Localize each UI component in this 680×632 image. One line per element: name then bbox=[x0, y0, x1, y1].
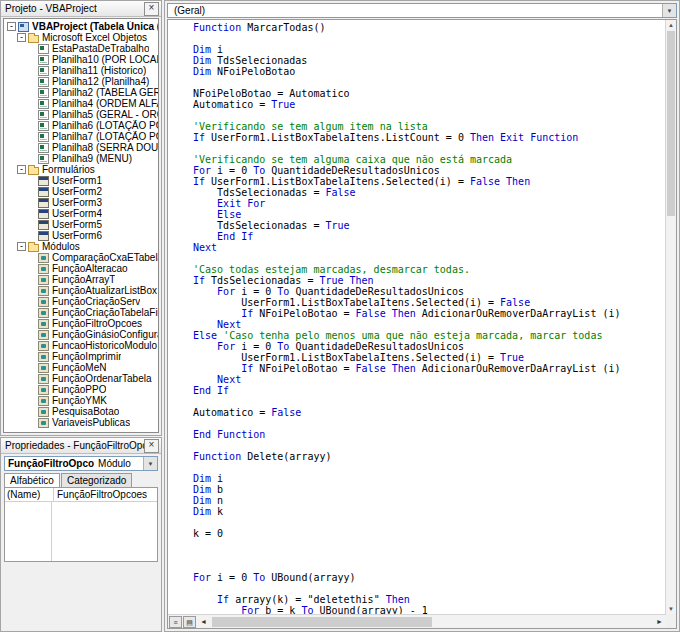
module-icon bbox=[38, 275, 49, 285]
tree-item[interactable]: FuncaoHistoricoModulo bbox=[4, 340, 158, 351]
tree-item[interactable]: Planilha2 (TABELA GERAL) bbox=[4, 87, 158, 98]
tree-item[interactable]: FunçãoArrayT bbox=[4, 274, 158, 285]
scroll-down-icon[interactable]: ▼ bbox=[666, 604, 676, 614]
tab-alfabetico[interactable]: Alfabético bbox=[4, 473, 60, 487]
scroll-up-icon[interactable]: ▲ bbox=[666, 20, 676, 30]
tree-item[interactable]: -Microsoft Excel Objetos bbox=[4, 32, 158, 43]
code-line bbox=[193, 583, 666, 594]
tree-item[interactable]: UserForm5 bbox=[4, 219, 158, 230]
procedure-view-button[interactable]: ≡ bbox=[169, 616, 182, 628]
module-icon bbox=[38, 264, 49, 274]
object-dropdown[interactable]: (Geral) ▼ bbox=[167, 3, 677, 18]
properties-grid: (Name) FunçãoFiltroOpcoes bbox=[4, 487, 158, 562]
tree-item[interactable]: UserForm1 bbox=[4, 175, 158, 186]
property-row[interactable]: (Name) FunçãoFiltroOpcoes bbox=[5, 488, 157, 502]
tree-item[interactable]: Planilha9 (MENU) bbox=[4, 153, 158, 164]
tree-item[interactable]: Planilha12 (Planilha4) bbox=[4, 76, 158, 87]
tree-item[interactable]: VariaveisPublicas bbox=[4, 417, 158, 428]
tree-item[interactable]: FunçãoCriaçãoServ bbox=[4, 296, 158, 307]
collapse-toggle[interactable]: - bbox=[17, 33, 26, 42]
tree-item[interactable]: FunçãoCriaçãoTabelaFinal bbox=[4, 307, 158, 318]
code-line bbox=[193, 418, 666, 429]
tree-item[interactable]: FunçãoImprimir bbox=[4, 351, 158, 362]
code-line: Dim NFoiPeloBotao bbox=[193, 66, 666, 77]
tree-item-label: Planilha11 (Historico) bbox=[52, 65, 146, 76]
tree-item[interactable]: FunçãoMeN bbox=[4, 362, 158, 373]
folder-icon bbox=[28, 244, 39, 252]
tree-item[interactable]: FunçãoAlteracao bbox=[4, 263, 158, 274]
tree-item[interactable]: FunçãoPPO bbox=[4, 384, 158, 395]
form-icon bbox=[38, 209, 49, 219]
tree-item[interactable]: ComparaçãoCxaETabela bbox=[4, 252, 158, 263]
tree-item[interactable]: FunçãoYMK bbox=[4, 395, 158, 406]
tree-item-label: UserForm5 bbox=[52, 219, 102, 230]
vertical-scrollbar[interactable]: ▲ ▼ bbox=[665, 20, 676, 614]
tree-item-label: FunçãoImprimir bbox=[52, 351, 121, 362]
close-icon[interactable]: × bbox=[144, 439, 159, 453]
tree-item[interactable]: Planilha10 (POR LOCAL) bbox=[4, 54, 158, 65]
code-line: For i = 0 To QuantidadeDeResultadosUnico… bbox=[193, 341, 666, 352]
tree-item-label: Planilha2 (TABELA GERAL) bbox=[52, 87, 158, 98]
tree-item[interactable]: -VBAProject (Tabela Única (2).xl bbox=[4, 21, 158, 32]
tree-item[interactable]: Planilha11 (Historico) bbox=[4, 65, 158, 76]
tree-item[interactable]: Planilha7 (LOTAÇÃO POR SE bbox=[4, 131, 158, 142]
tree-item[interactable]: -Módulos bbox=[4, 241, 158, 252]
tree-item[interactable]: PesquisaBotao bbox=[4, 406, 158, 417]
tree-item[interactable]: Planilha4 (ORDEM ALFABETIC bbox=[4, 98, 158, 109]
code-line bbox=[193, 143, 666, 154]
sheet-icon bbox=[38, 110, 49, 120]
tree-item[interactable]: -Formulários bbox=[4, 164, 158, 175]
tree-item[interactable]: FunçãoFiltroOpcoes bbox=[4, 318, 158, 329]
code-line bbox=[193, 77, 666, 88]
tree-item[interactable]: UserForm3 bbox=[4, 197, 158, 208]
code-line: If UserForm1.ListBoxTabelaItens.Selected… bbox=[193, 176, 666, 187]
tree-item[interactable]: FunçãoOrdenarTabela bbox=[4, 373, 158, 384]
tree-item[interactable]: Planilha5 (GERAL - ORGANIZ bbox=[4, 109, 158, 120]
tab-categorizado[interactable]: Categorizado bbox=[61, 473, 132, 487]
full-module-view-button[interactable]: ▤ bbox=[183, 616, 196, 628]
tree-item[interactable]: FunçãoGinásioConfigurações bbox=[4, 329, 158, 340]
horizontal-scroll-thumb[interactable] bbox=[212, 617, 432, 627]
tree-item[interactable]: Planilha6 (LOTAÇÃO POR SE bbox=[4, 120, 158, 131]
vertical-scroll-thumb[interactable] bbox=[667, 31, 675, 216]
code-line: For i = 0 To QuantidadeDeResultadosUnico… bbox=[193, 165, 666, 176]
property-name-cell: (Name) bbox=[5, 488, 54, 501]
tree-item-label: Planilha6 (LOTAÇÃO POR SE bbox=[52, 120, 158, 131]
tree-item-label: VBAProject (Tabela Única (2).xl bbox=[32, 21, 158, 32]
code-line bbox=[193, 517, 666, 528]
scroll-left-icon[interactable]: ◄ bbox=[197, 615, 210, 628]
form-icon bbox=[38, 220, 49, 230]
tree-item-label: UserForm2 bbox=[52, 186, 102, 197]
code-line: Automatico = True bbox=[193, 99, 666, 110]
horizontal-scrollbar[interactable]: ≡ ▤ ◄ ► bbox=[168, 614, 666, 628]
project-icon bbox=[18, 22, 29, 32]
collapse-toggle[interactable]: - bbox=[7, 22, 16, 31]
scroll-right-icon[interactable]: ► bbox=[653, 615, 666, 628]
collapse-toggle[interactable]: - bbox=[17, 165, 26, 174]
module-icon bbox=[38, 396, 49, 406]
code-editor[interactable]: Function MarcarTodas()Dim iDim TdsSeleci… bbox=[168, 20, 666, 614]
tree-item[interactable]: UserForm4 bbox=[4, 208, 158, 219]
tree-item[interactable]: UserForm2 bbox=[4, 186, 158, 197]
tree-item-label: PesquisaBotao bbox=[52, 406, 119, 417]
code-line: End If bbox=[193, 385, 666, 396]
chevron-down-icon[interactable]: ▼ bbox=[143, 457, 157, 470]
code-line: End If bbox=[193, 231, 666, 242]
tree-item[interactable]: EstaPastaDeTrabalho bbox=[4, 43, 158, 54]
form-icon bbox=[38, 176, 49, 186]
tree-item-label: FunçãoOrdenarTabela bbox=[52, 373, 152, 384]
tree-item[interactable]: UserForm6 bbox=[4, 230, 158, 241]
tree-item[interactable]: FunçãoAtualizarListBox bbox=[4, 285, 158, 296]
properties-tabs: Alfabético Categorizado bbox=[4, 473, 133, 487]
close-icon[interactable]: × bbox=[144, 2, 159, 16]
module-icon bbox=[38, 407, 49, 417]
tree-item[interactable]: Planilha8 (SERRA DOURADA) bbox=[4, 142, 158, 153]
code-line bbox=[193, 33, 666, 44]
code-line: Else bbox=[193, 209, 666, 220]
collapse-toggle[interactable]: - bbox=[17, 242, 26, 251]
chevron-down-icon[interactable]: ▼ bbox=[662, 4, 676, 17]
project-panel-titlebar[interactable]: Projeto - VBAProject × bbox=[1, 1, 161, 17]
properties-panel-titlebar[interactable]: Propriedades - FunçãoFiltroOpcoes × bbox=[1, 438, 161, 454]
code-line: 'Caso todas estejam marcadas, desmarcar … bbox=[193, 264, 666, 275]
object-selector-dropdown[interactable]: FunçãoFiltroOpco Módulo ▼ bbox=[4, 456, 158, 471]
